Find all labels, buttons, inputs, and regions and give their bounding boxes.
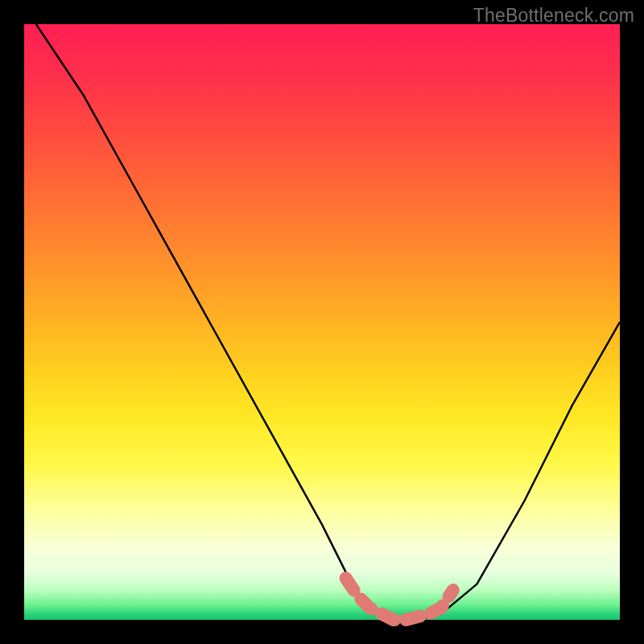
watermark-text: TheBottleneck.com: [473, 5, 634, 27]
bottleneck-curve: [36, 24, 620, 620]
plot-area: [24, 24, 620, 620]
chart-frame: TheBottleneck.com: [0, 0, 644, 644]
curve-svg: [24, 24, 620, 620]
optimal-range-marker: [346, 578, 453, 620]
